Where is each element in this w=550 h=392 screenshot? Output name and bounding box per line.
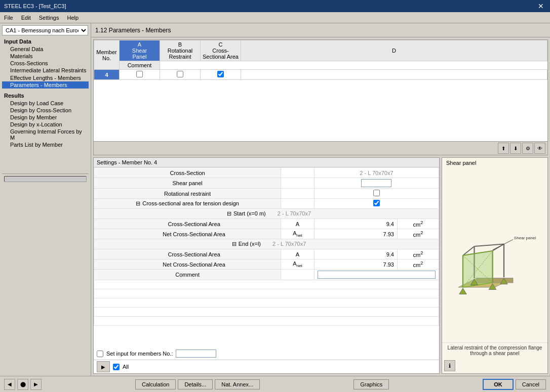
- close-icon[interactable]: ✕: [536, 2, 546, 10]
- end-net-cross-section-row: Net Cross-Sectional Area Anet 7.93 cm2: [94, 259, 439, 270]
- export-icon-1[interactable]: ⬆: [498, 143, 509, 154]
- case-dropdown[interactable]: CA1 - Bemessung nach Eurococ...: [2, 25, 88, 35]
- panel-title: 1.12 Parameters - Members: [91, 23, 550, 37]
- start-cross-section-val: 9.4: [314, 219, 397, 229]
- shear-panel-cell[interactable]: [120, 70, 160, 80]
- end-net-val: 7.93: [314, 259, 397, 270]
- rotational-restraint-label: Rotational restraint: [94, 189, 281, 199]
- end-net-sym: Anet: [281, 259, 315, 270]
- diagram-title: Shear panel: [442, 158, 547, 168]
- sidebar-item-general-data[interactable]: General Data: [2, 46, 89, 53]
- col-d-label: Comment: [120, 61, 160, 70]
- set-input-members-field[interactable]: [176, 350, 216, 358]
- nat-annex-button[interactable]: Nat. Annex...: [215, 379, 260, 389]
- end-cross-section-sym: A: [281, 249, 315, 259]
- settings-icon[interactable]: ⚙: [522, 143, 533, 154]
- set-input-row: Set input for members No.:: [94, 347, 439, 360]
- rotational-restraint-cell[interactable]: [160, 70, 201, 80]
- rotational-restraint-row[interactable]: Rotational restraint: [94, 189, 439, 199]
- end-cross-section-area-row: Cross-Sectional Area A 9.4 cm2: [94, 249, 439, 259]
- set-input-checkbox[interactable]: [97, 351, 103, 357]
- end-net-label: Net Cross-Sectional Area: [94, 259, 281, 270]
- cross-sectional-area-row[interactable]: ⊟Cross-sectional area for tension design: [94, 199, 439, 209]
- end-section-row: ⊟End (x=l) 2 - L 70x70x7: [94, 239, 439, 249]
- structure-svg: Shear panel: [449, 210, 540, 301]
- sidebar-item-cross-sections[interactable]: Cross-Sections: [2, 60, 89, 67]
- apply-button[interactable]: ▶: [97, 361, 110, 372]
- bottom-bar: ◀ ⬤ ▶ Calculation Details... Nat. Annex.…: [0, 376, 550, 392]
- eye-icon[interactable]: 👁: [534, 143, 545, 154]
- sidebar-item-materials[interactable]: Materials: [2, 53, 89, 60]
- table-toolbar: ⬆ ⬇ ⚙ 👁: [94, 141, 547, 155]
- empty-row-4: [94, 308, 439, 317]
- start-net-val: 7.93: [314, 229, 397, 239]
- svg-line-10: [475, 244, 504, 246]
- rotational-restraint-checkbox[interactable]: [177, 71, 183, 77]
- nav-icon-1[interactable]: ◀: [4, 379, 15, 390]
- col-a-header: A Shear Panel: [120, 40, 160, 61]
- menu-file[interactable]: File: [0, 14, 17, 22]
- sidebar-item-intermediate[interactable]: Intermediate Lateral Restraints: [2, 67, 89, 74]
- comment-cell[interactable]: [241, 70, 547, 80]
- input-data-label: Input Data: [2, 37, 89, 46]
- all-checkbox[interactable]: [113, 364, 120, 370]
- rotational-restraint-input-cell[interactable]: [314, 189, 439, 199]
- menu-edit[interactable]: Edit: [17, 14, 35, 22]
- menu-settings[interactable]: Settings: [35, 14, 63, 22]
- menu-help[interactable]: Help: [63, 14, 83, 22]
- apply-row: ▶ All: [94, 360, 439, 373]
- export-icon-2[interactable]: ⬇: [510, 143, 521, 154]
- end-cross-section-label: Cross-Sectional Area: [94, 249, 281, 259]
- set-input-label: Set input for members No.:: [106, 351, 173, 357]
- sidebar-item-design-cross-section[interactable]: Design by Cross-Section: [2, 107, 89, 114]
- sidebar-item-design-load-case[interactable]: Design by Load Case: [2, 100, 89, 107]
- shear-panel-row[interactable]: Shear panel: [94, 178, 439, 189]
- bottom-section: Settings - Member No. 4 Cross-Section 2 …: [93, 157, 548, 374]
- sidebar-item-parts-list[interactable]: Parts List by Member: [2, 141, 89, 148]
- details-button[interactable]: Details...: [178, 379, 213, 389]
- start-section-row: ⊟Start (x=0 m) 2 - L 70x70x7: [94, 209, 439, 219]
- comment-input[interactable]: [318, 271, 436, 279]
- right-content: 1.12 Parameters - Members Member No. A S…: [91, 23, 550, 376]
- sidebar-item-governing[interactable]: Governing Internal Forces by M: [2, 128, 89, 141]
- shear-panel-checkbox[interactable]: [136, 71, 143, 77]
- empty-row-3: [94, 298, 439, 308]
- sidebar-item-design-member[interactable]: Design by Member: [2, 114, 89, 121]
- shear-panel-input[interactable]: [361, 179, 391, 187]
- cross-sectional-area-input-cell[interactable]: [314, 199, 439, 209]
- comment-row[interactable]: Comment: [94, 270, 439, 280]
- end-cross-section-val: 9.4: [314, 249, 397, 259]
- shear-panel-input-cell[interactable]: [314, 178, 439, 189]
- info-button[interactable]: ℹ: [444, 360, 455, 371]
- table-row: 4: [94, 70, 547, 80]
- graphics-button[interactable]: Graphics: [353, 379, 389, 389]
- menu-bar: File Edit Settings Help: [0, 12, 550, 23]
- all-label: All: [123, 364, 129, 370]
- sidebar-item-parameters-members[interactable]: Parameters - Members: [2, 81, 89, 89]
- cross-section-val: 2 - L 70x70x7: [314, 168, 439, 178]
- settings-panel: Settings - Member No. 4 Cross-Section 2 …: [93, 157, 440, 374]
- start-section-label: ⊟Start (x=0 m) 2 - L 70x70x7: [94, 209, 439, 219]
- nav-icon-2[interactable]: ⬤: [17, 379, 28, 390]
- sidebar-item-effective-lengths[interactable]: Effective Lengths - Members: [2, 74, 89, 81]
- cancel-button[interactable]: Cancel: [516, 379, 546, 389]
- rotational-restraint-settings-checkbox[interactable]: [373, 190, 380, 196]
- start-net-label: Net Cross-Sectional Area: [94, 229, 281, 239]
- empty-row-2: [94, 289, 439, 298]
- cross-sectional-area-checkbox[interactable]: [217, 71, 224, 77]
- settings-title: Settings - Member No. 4: [94, 158, 439, 167]
- ok-button[interactable]: OK: [483, 379, 514, 390]
- cross-sectional-area-label: ⊟Cross-sectional area for tension design: [94, 199, 281, 209]
- sidebar-scrollbar[interactable]: [2, 173, 89, 184]
- empty-row-1: [94, 280, 439, 289]
- cross-sectional-area-cell[interactable]: [201, 70, 241, 80]
- sidebar: CA1 - Bemessung nach Eurococ... Input Da…: [0, 23, 91, 376]
- nav-icon-3[interactable]: ▶: [30, 379, 42, 390]
- cross-sectional-area-settings-checkbox[interactable]: [373, 200, 380, 206]
- shear-panel-sym: [281, 178, 315, 189]
- end-net-unit: cm2: [397, 259, 439, 270]
- parameters-table: Member No. A Shear Panel B Rotational Re…: [93, 39, 548, 155]
- calculation-button[interactable]: Calculation: [135, 379, 176, 389]
- sidebar-item-design-x-location[interactable]: Design by x-Location: [2, 121, 89, 128]
- start-net-cross-section-row: Net Cross-Sectional Area Anet 7.93 cm2: [94, 229, 439, 239]
